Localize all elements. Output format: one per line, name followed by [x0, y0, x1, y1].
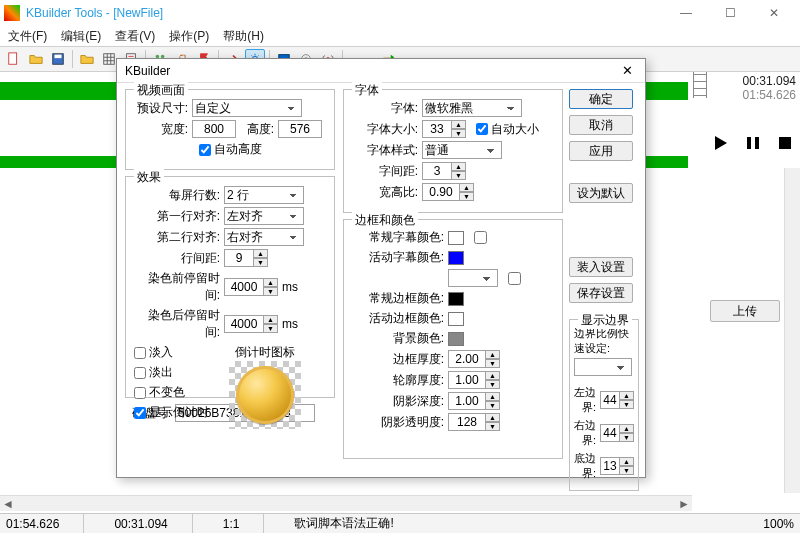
horizontal-scrollbar[interactable]: ◄ ► — [0, 495, 692, 511]
height-label: 高度: — [240, 121, 274, 138]
app-icon — [4, 5, 20, 21]
align1-select[interactable]: 左对齐 — [224, 207, 304, 225]
cancel-button[interactable]: 取消 — [569, 115, 633, 135]
shadowopacity-spinner[interactable]: ▲▼ — [448, 413, 500, 431]
postdelay-spinner[interactable]: ▲▼ — [224, 315, 278, 333]
status-ratio: 1:1 — [223, 514, 265, 533]
effect-group: 效果 每屏行数:2 行 第一行对齐:左对齐 第二行对齐:右对齐 行间距: ▲▼ … — [125, 176, 335, 398]
video-group: 视频画面 预设尺寸: 自定义 宽度: 高度: 自动高度 — [125, 89, 335, 170]
vertical-scrollbar[interactable] — [784, 168, 800, 493]
menu-view[interactable]: 查看(V) — [111, 27, 159, 46]
autosize-checkbox[interactable]: 自动大小 — [476, 121, 539, 138]
ruler — [693, 72, 707, 98]
default-button[interactable]: 设为默认 — [569, 183, 633, 203]
predelay-spinner[interactable]: ▲▼ — [224, 278, 278, 296]
status-total: 01:54.626 — [6, 514, 84, 533]
svg-rect-15 — [755, 137, 759, 149]
showcd-checkbox[interactable]: 显示倒计时 — [134, 404, 209, 421]
bounds-preset-select[interactable] — [574, 358, 632, 376]
play-button[interactable] — [712, 134, 730, 152]
menu-bar: 文件(F) 编辑(E) 查看(V) 操作(P) 帮助(H) — [0, 26, 800, 46]
ok-button[interactable]: 确定 — [569, 89, 633, 109]
bounds-group: 显示边界 边界比例快速设定: 左边界:▲▼ 右边界:▲▼ 底边界:▲▼ — [569, 319, 639, 491]
upload-button[interactable]: 上传 — [710, 300, 780, 322]
svg-rect-2 — [55, 55, 62, 59]
folder-icon[interactable] — [77, 49, 97, 69]
dialog-title: KBuilder — [125, 64, 617, 78]
status-percent: 100% — [763, 517, 794, 531]
countdown-icon-preview[interactable] — [229, 361, 301, 429]
status-bar: 01:54.626 00:31.094 1:1 歌词脚本语法正确! 100% — [0, 513, 800, 533]
time-total: 01:54.626 — [706, 88, 796, 102]
fontstyle-select[interactable]: 普通 — [422, 141, 502, 159]
time-current: 00:31.094 — [706, 72, 796, 88]
rightbound-spinner[interactable]: ▲▼ — [600, 424, 634, 442]
window-title: KBuilder Tools - [NewFile] — [26, 6, 664, 20]
activecolor-select[interactable] — [448, 269, 498, 287]
border-group: 边框和颜色 常规字幕颜色: 活动字幕颜色: 常规边框颜色: 活动边框颜色: 背景… — [343, 219, 563, 459]
align2-select[interactable]: 右对齐 — [224, 228, 304, 246]
normcolor-swatch[interactable] — [448, 231, 464, 245]
dialog-close-button[interactable]: ✕ — [617, 61, 637, 81]
pause-button[interactable] — [744, 134, 762, 152]
kerning-spinner[interactable]: ▲▼ — [422, 162, 466, 180]
maximize-button[interactable]: ☐ — [708, 0, 752, 26]
open-icon[interactable] — [26, 49, 46, 69]
fadeout-checkbox[interactable]: 淡出 — [134, 364, 209, 381]
minimize-button[interactable]: — — [664, 0, 708, 26]
new-icon[interactable] — [4, 49, 24, 69]
video-legend: 视频画面 — [134, 82, 188, 99]
activecolor-checkbox[interactable] — [508, 272, 521, 285]
height-input[interactable] — [278, 120, 322, 138]
bgcolor-swatch[interactable] — [448, 332, 464, 346]
save-icon[interactable] — [48, 49, 68, 69]
lines-select[interactable]: 2 行 — [224, 186, 304, 204]
activecolor-swatch[interactable] — [448, 251, 464, 265]
outlinethick-spinner[interactable]: ▲▼ — [448, 371, 500, 389]
status-message: 歌词脚本语法正确! — [294, 514, 417, 533]
svg-rect-14 — [747, 137, 751, 149]
scroll-left-icon[interactable]: ◄ — [0, 497, 16, 511]
normborder-swatch[interactable] — [448, 292, 464, 306]
scroll-right-icon[interactable]: ► — [676, 497, 692, 511]
menu-file[interactable]: 文件(F) — [4, 27, 51, 46]
status-current: 00:31.094 — [114, 514, 192, 533]
close-button[interactable]: ✕ — [752, 0, 796, 26]
normcolor-checkbox[interactable] — [474, 231, 487, 244]
svg-rect-16 — [779, 137, 791, 149]
preset-label: 预设尺寸: — [134, 100, 188, 117]
width-input[interactable] — [192, 120, 236, 138]
nochange-checkbox[interactable]: 不变色 — [134, 384, 209, 401]
menu-edit[interactable]: 编辑(E) — [57, 27, 105, 46]
autoheight-checkbox[interactable]: 自动高度 — [199, 141, 262, 158]
gold-coin-icon — [236, 366, 294, 424]
borderthick-spinner[interactable]: ▲▼ — [448, 350, 500, 368]
load-button[interactable]: 装入设置 — [569, 257, 633, 277]
width-label: 宽度: — [134, 121, 188, 138]
effect-legend: 效果 — [134, 169, 164, 186]
kbuilder-dialog: KBuilder ✕ 视频画面 预设尺寸: 自定义 宽度: 高度: 自动高度 — [116, 58, 646, 478]
ratio-spinner[interactable]: ▲▼ — [422, 183, 474, 201]
svg-rect-3 — [104, 54, 115, 65]
linespacing-spinner[interactable]: ▲▼ — [224, 249, 268, 267]
cdicon-label: 倒计时图标 — [229, 344, 301, 361]
apply-button[interactable]: 应用 — [569, 141, 633, 161]
menu-help[interactable]: 帮助(H) — [219, 27, 268, 46]
font-select[interactable]: 微软雅黑 — [422, 99, 522, 117]
svg-rect-0 — [9, 53, 17, 64]
fadein-checkbox[interactable]: 淡入 — [134, 344, 209, 361]
shadowdepth-spinner[interactable]: ▲▼ — [448, 392, 500, 410]
preset-select[interactable]: 自定义 — [192, 99, 302, 117]
menu-action[interactable]: 操作(P) — [165, 27, 213, 46]
savecfg-button[interactable]: 保存设置 — [569, 283, 633, 303]
stop-button[interactable] — [776, 134, 794, 152]
fontsize-spinner[interactable]: ▲▼ — [422, 120, 466, 138]
leftbound-spinner[interactable]: ▲▼ — [600, 391, 634, 409]
font-group: 字体 字体:微软雅黑 字体大小: ▲▼ 自动大小 字体样式:普通 字间距:▲▼ … — [343, 89, 563, 213]
activeborder-swatch[interactable] — [448, 312, 464, 326]
bottombound-spinner[interactable]: ▲▼ — [600, 457, 634, 475]
